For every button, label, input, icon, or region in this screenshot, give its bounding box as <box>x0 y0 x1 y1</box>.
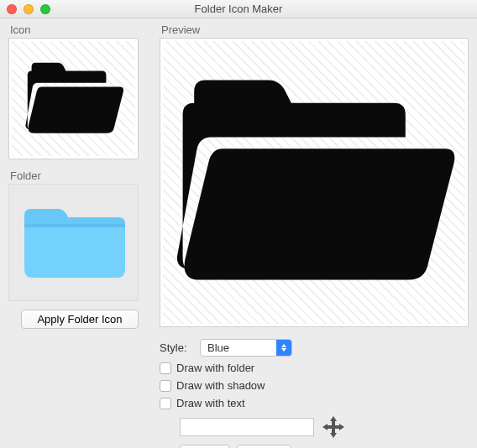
chevron-updown-icon <box>276 340 291 356</box>
font-button[interactable]: Font <box>180 445 230 448</box>
svg-marker-2 <box>330 433 337 438</box>
preview-well <box>160 38 469 327</box>
draw-with-folder-label: Draw with folder <box>176 362 254 374</box>
titlebar: Folder Icon Maker <box>0 0 477 18</box>
icon-section-label: Icon <box>10 23 151 36</box>
style-select[interactable]: Blue <box>200 339 292 357</box>
preview-section-label: Preview <box>161 23 469 36</box>
mac-folder-icon <box>19 201 128 284</box>
color-button[interactable]: Color <box>237 445 291 448</box>
style-label: Style: <box>160 341 193 354</box>
draw-with-text-checkbox[interactable] <box>160 398 171 409</box>
draw-with-shadow-label: Draw with shadow <box>176 379 265 392</box>
move-icon[interactable] <box>321 414 346 440</box>
open-folder-icon <box>24 57 124 141</box>
svg-marker-4 <box>339 424 344 430</box>
svg-marker-1 <box>330 416 337 421</box>
svg-rect-6 <box>328 425 339 429</box>
folder-well[interactable] <box>8 184 139 301</box>
apply-folder-icon-button[interactable]: Apply Folder Icon <box>21 310 139 329</box>
text-input[interactable] <box>180 418 314 436</box>
draw-with-folder-checkbox[interactable] <box>160 362 171 374</box>
icon-well[interactable] <box>8 38 139 159</box>
svg-rect-0 <box>24 224 125 227</box>
open-folder-icon <box>171 65 457 300</box>
style-select-value: Blue <box>201 341 276 354</box>
window-title: Folder Icon Maker <box>0 3 477 15</box>
draw-with-text-label: Draw with text <box>176 397 245 409</box>
draw-with-shadow-checkbox[interactable] <box>160 380 171 392</box>
folder-section-label: Folder <box>10 169 151 182</box>
svg-marker-3 <box>322 424 328 430</box>
